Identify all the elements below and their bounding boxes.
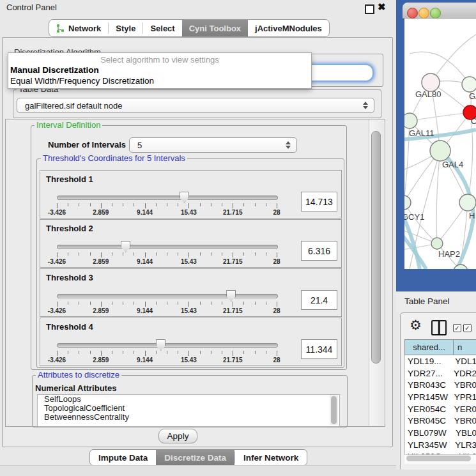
- network-thick-edge[interactable]: [457, 217, 473, 269]
- tab-impute-data[interactable]: Impute Data: [90, 450, 156, 465]
- slider-ticks: [57, 252, 277, 257]
- slider-track[interactable]: [57, 196, 278, 200]
- numerical-attributes-list[interactable]: SelfLoopsTopologicalCoefficientBetweenne…: [37, 394, 340, 427]
- network-node[interactable]: [422, 73, 440, 91]
- num-intervals-combobox[interactable]: 5: [129, 137, 297, 153]
- slider-thumb[interactable]: [156, 339, 165, 351]
- tab-network[interactable]: Network: [49, 20, 108, 36]
- apply-label: Apply: [167, 431, 189, 441]
- network-node[interactable]: [462, 77, 476, 92]
- column-header-name-label: n: [457, 342, 462, 352]
- table-row[interactable]: YDL19...YDL1: [405, 355, 476, 367]
- network-node-label: H: [469, 211, 475, 220]
- interval-definition-label: Interval Definition: [35, 121, 102, 130]
- slider-thumb[interactable]: [180, 192, 189, 203]
- tab-select[interactable]: Select: [143, 20, 181, 36]
- tick-label: 21.715: [223, 209, 243, 216]
- network-node[interactable]: [431, 238, 443, 249]
- tick-label: 2.859: [93, 357, 109, 364]
- tab-impute-data-label: Impute Data: [98, 453, 148, 463]
- tick-label: 15.43: [181, 307, 197, 314]
- attribute-list-item[interactable]: BetweennessCentrality: [38, 413, 339, 422]
- slider-ticks: [57, 302, 277, 307]
- cell-name: YBR0: [452, 380, 476, 390]
- network-node[interactable]: [404, 113, 417, 128]
- zoom-traffic-light-icon[interactable]: [430, 8, 441, 19]
- threshold-label: Threshold 4: [46, 322, 93, 332]
- tab-jactivemnodules[interactable]: jActiveMNodules: [248, 20, 329, 36]
- tab-cyni-toolbox-label: Cyni Toolbox: [189, 24, 241, 33]
- table-row[interactable]: YLR345WYLR3: [405, 439, 476, 451]
- menu-item-equal-width-frequency[interactable]: Equal Width/Frequency Discretization: [10, 76, 154, 86]
- vertical-scrollbar-thumb[interactable]: [371, 131, 381, 364]
- tab-select-label: Select: [150, 24, 174, 33]
- float-window-icon[interactable]: [365, 4, 374, 14]
- tab-discretize-data[interactable]: Discretize Data: [156, 450, 234, 465]
- tick-label: 15.43: [181, 258, 197, 265]
- close-icon[interactable]: ✖: [378, 1, 386, 13]
- threshold-row: Threshold 1-3.4262.8599.14415.4321.71528…: [40, 170, 342, 219]
- table-row[interactable]: YBL079WYBL0: [405, 427, 476, 439]
- cell-name: YER0: [452, 404, 476, 414]
- network-node-label: GCY1: [404, 212, 424, 222]
- horizontal-scrollbar-thumb[interactable]: [406, 456, 471, 461]
- slider-track[interactable]: [57, 294, 278, 298]
- network-edge[interactable]: [436, 151, 440, 243]
- table-row[interactable]: YPR145WYPR1: [405, 391, 476, 403]
- table-data-combobox[interactable]: galFiltered.sif default node: [17, 98, 374, 113]
- tick-label: 15.43: [181, 357, 197, 364]
- table-row[interactable]: YBR045CYBR0: [405, 415, 476, 427]
- attributes-scrollbar-thumb[interactable]: [331, 396, 337, 424]
- split-table-icon[interactable]: [431, 320, 447, 335]
- threshold-label: Threshold 2: [46, 224, 93, 233]
- network-node-label: GA: [469, 91, 476, 101]
- cell-shared-name: YDL19...: [405, 357, 452, 366]
- numerical-attributes-label: Numerical Attributes: [35, 383, 116, 393]
- minimize-traffic-light-icon[interactable]: [418, 8, 429, 19]
- attribute-list-item[interactable]: TopologicalCoefficient: [38, 404, 339, 413]
- attribute-list-item[interactable]: SelfLoops: [38, 395, 339, 404]
- network-thick-edge[interactable]: [404, 233, 426, 269]
- network-node[interactable]: [404, 196, 411, 210]
- tab-infer-network[interactable]: Infer Network: [235, 450, 307, 465]
- control-panel-titlebar: [0, 0, 396, 15]
- slider-thumb[interactable]: [121, 241, 130, 252]
- network-edge[interactable]: [431, 35, 476, 82]
- panel-title: Control Panel: [6, 3, 57, 12]
- bottom-tab-bar: Impute Data Discretize Data Infer Networ…: [89, 449, 307, 466]
- slider-track[interactable]: [57, 343, 278, 348]
- network-window-titlebar[interactable]: [403, 3, 476, 19]
- threshold-row: Threshold 4-3.4262.8599.14415.4321.71528…: [40, 318, 342, 366]
- slider-thumb[interactable]: [226, 290, 236, 302]
- network-edge[interactable]: [410, 52, 470, 84]
- tick-label: 28: [273, 307, 280, 314]
- tab-cyni-toolbox[interactable]: Cyni Toolbox: [182, 20, 248, 36]
- table-row[interactable]: YER054CYER0: [405, 403, 476, 415]
- network-node[interactable]: [459, 194, 476, 211]
- column-header-name[interactable]: n: [453, 339, 476, 355]
- checkbox-icon[interactable]: ✓: [453, 324, 461, 332]
- threshold-value-field[interactable]: 21.4: [301, 290, 337, 310]
- table-row[interactable]: YBR043CYBR0: [405, 379, 476, 391]
- threshold-value-field[interactable]: 11.344: [301, 339, 337, 359]
- cell-shared-name: YBL079W: [405, 428, 453, 438]
- slider-track[interactable]: [57, 245, 278, 249]
- menu-item-manual-discretization[interactable]: Manual Discretization: [10, 65, 99, 75]
- threshold-value-field[interactable]: 14.713: [301, 192, 337, 211]
- tick-label: 9.144: [137, 258, 153, 265]
- network-node[interactable]: [430, 141, 450, 161]
- threshold-value-field[interactable]: 6.316: [301, 241, 337, 261]
- close-traffic-light-icon[interactable]: [407, 8, 418, 19]
- attributes-group-label: Attributes to discretize: [36, 371, 121, 380]
- tick-label: 9.144: [137, 209, 153, 216]
- network-canvas[interactable]: GAL80GACGAL11GAL4GCY1HHAP2: [404, 19, 476, 269]
- tick-label: 2.859: [93, 307, 109, 314]
- network-edge[interactable]: [410, 112, 470, 121]
- checkbox-icon[interactable]: ✓: [463, 324, 472, 332]
- gear-icon[interactable]: ⚙: [410, 318, 422, 332]
- column-header-shared[interactable]: shared...: [404, 339, 454, 355]
- tab-style[interactable]: Style: [109, 20, 142, 36]
- table-row[interactable]: YDR27...YDR2: [405, 367, 476, 380]
- apply-button[interactable]: Apply: [158, 429, 197, 443]
- num-intervals-value: 5: [137, 141, 142, 150]
